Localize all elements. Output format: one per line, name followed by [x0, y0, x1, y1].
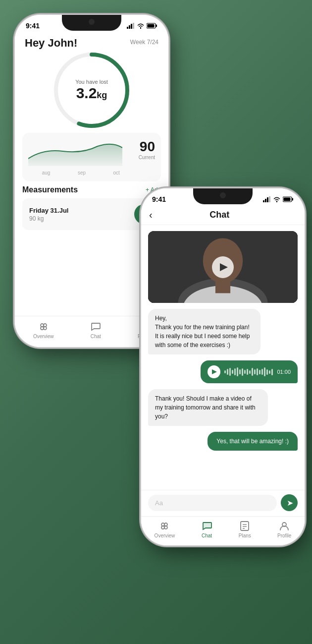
svg-rect-6	[148, 24, 155, 28]
svg-rect-17	[263, 200, 264, 202]
chat-title: Chat	[157, 210, 282, 220]
svg-point-9	[41, 324, 44, 327]
battery-icon-2	[283, 196, 294, 202]
msg-received-2: Thank you! Should I make a video of my t…	[148, 389, 268, 426]
nav-label-plans-2: Plans	[239, 533, 251, 538]
plans-icon-2	[239, 521, 250, 531]
wifi-icon	[137, 23, 144, 29]
chart-month-sep: sep	[78, 170, 86, 176]
nav-label-overview-1: Overview	[33, 334, 54, 339]
video-message[interactable]	[148, 231, 298, 303]
audio-play-btn[interactable]	[208, 365, 220, 378]
measurement-row: Friday 31.Jul 90 kg +	[22, 198, 161, 230]
waveform-bar	[259, 370, 260, 374]
waveform-bar	[224, 370, 226, 373]
msg-received-1-text: Hey,Thank you for the new training plan!…	[155, 315, 250, 349]
waveform-bar	[264, 367, 265, 376]
msg-sent-1: Yes, that will be amazing! :)	[208, 432, 298, 451]
audio-waveform	[224, 367, 273, 377]
chat-input-area: Aa ➤	[141, 490, 305, 516]
weight-value: 3.2kg	[75, 85, 108, 102]
waveform-bar	[232, 370, 233, 374]
phone-chat: 9:41	[141, 188, 305, 545]
signal-icon	[127, 23, 135, 29]
svg-rect-5	[156, 25, 157, 27]
bottom-nav-2: Overview Chat Plans	[141, 516, 305, 545]
svg-rect-23	[284, 198, 291, 201]
send-icon: ➤	[287, 498, 293, 508]
chat-header: ‹ Chat	[141, 205, 305, 225]
svg-point-10	[44, 324, 47, 327]
measurements-section: Measurements + Add Friday 31.Jul 90 kg +	[22, 185, 161, 230]
chart-month-aug: aug	[42, 170, 51, 176]
svg-rect-18	[265, 199, 266, 202]
nav-plans-2[interactable]: Plans	[239, 521, 251, 538]
svg-point-12	[44, 327, 47, 330]
nav-label-profile-2: Profile	[277, 533, 291, 538]
waveform-bar	[257, 368, 258, 375]
waveform-bar	[229, 368, 231, 376]
waveform-bar	[234, 368, 236, 375]
waveform-bar	[249, 370, 251, 374]
status-time-2: 9:41	[152, 195, 166, 203]
nav-overview-1[interactable]: Overview	[33, 321, 54, 339]
nav-profile-2[interactable]: Profile	[277, 521, 291, 538]
chart-labels: aug sep oct	[28, 168, 134, 176]
svg-point-11	[41, 327, 44, 330]
weight-circle-container: You have lost 3.2kg	[15, 51, 168, 130]
svg-rect-3	[133, 23, 134, 29]
svg-rect-2	[131, 24, 132, 29]
svg-rect-35	[241, 522, 249, 530]
msg-received-2-text: Thank you! Should I make a video of my t…	[155, 395, 256, 420]
chat-icon	[90, 321, 101, 332]
send-button[interactable]: ➤	[281, 494, 298, 511]
weight-text: You have lost 3.2kg	[75, 79, 108, 102]
waveform-bar	[237, 367, 238, 376]
video-play-btn[interactable]	[212, 256, 234, 278]
measurement-date: Friday 31.Jul	[29, 207, 68, 214]
nav-label-chat-2: Chat	[202, 533, 212, 538]
overview-icon-2	[159, 521, 170, 531]
nav-overview-2[interactable]: Overview	[155, 521, 175, 538]
chart-area: aug sep oct	[28, 139, 134, 176]
measurement-info: Friday 31.Jul 90 kg	[29, 207, 68, 222]
msg-received-1: Hey,Thank you for the new training plan!…	[148, 309, 260, 354]
audio-play-icon	[212, 369, 217, 374]
nav-label-chat-1: Chat	[91, 334, 101, 339]
chart-card: aug sep oct 90 Current	[22, 133, 161, 181]
waveform-bar	[227, 369, 228, 375]
overview-icon	[38, 321, 49, 332]
nav-chat-2[interactable]: Chat	[202, 521, 212, 538]
waveform-bar	[271, 369, 273, 375]
svg-point-32	[164, 523, 167, 526]
chat-input[interactable]: Aa	[148, 495, 277, 511]
status-time-1: 9:41	[26, 22, 40, 30]
battery-icon	[147, 23, 157, 29]
phone2-notch	[193, 188, 253, 204]
measurements-title: Measurements	[22, 185, 78, 194]
play-icon	[220, 263, 228, 271]
chart-value-area: 90 Current	[134, 139, 155, 176]
svg-rect-20	[269, 196, 270, 202]
chat-input-placeholder: Aa	[155, 499, 163, 507]
status-icons-2	[263, 196, 294, 202]
nav-chat-1[interactable]: Chat	[90, 321, 101, 339]
back-button[interactable]: ‹	[149, 209, 153, 221]
waveform-bar	[247, 369, 248, 375]
msg-sent-1-text: Yes, that will be amazing! :)	[216, 438, 289, 445]
profile-icon-2	[279, 521, 290, 531]
phone2-content: 9:41	[141, 188, 305, 545]
waveform-bar	[244, 370, 246, 374]
waveform-bar	[261, 369, 263, 375]
waveform-bar	[252, 368, 253, 376]
status-icons-1	[127, 23, 157, 29]
chart-month-oct: oct	[113, 170, 120, 176]
phone-notch	[62, 15, 121, 31]
waveform-bar	[266, 369, 268, 375]
svg-rect-22	[292, 198, 294, 201]
svg-rect-19	[267, 197, 268, 202]
wifi-icon-2	[273, 196, 280, 202]
waveform-bar	[242, 368, 243, 376]
msg-audio[interactable]: 01:00	[201, 360, 298, 383]
waveform-bar	[269, 370, 270, 374]
